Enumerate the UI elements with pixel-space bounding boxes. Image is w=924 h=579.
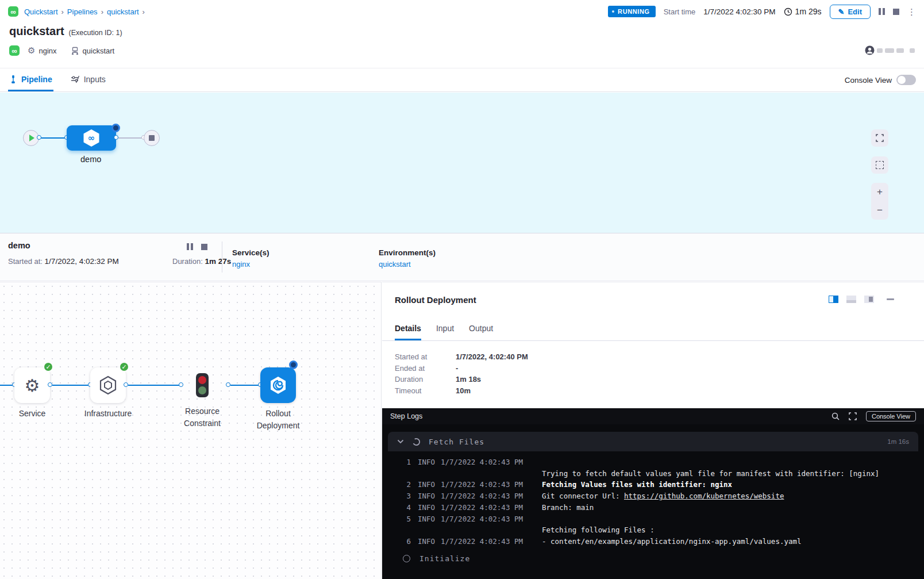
- loading-spinner-icon: [412, 438, 421, 446]
- duration-value: 1m 27s: [205, 257, 231, 266]
- success-check-icon: ✓: [43, 362, 53, 372]
- fullscreen-icon: [876, 134, 884, 142]
- zoom-in-button[interactable]: +: [871, 183, 888, 201]
- stage-started-label: Started at:: [8, 257, 43, 266]
- redacted-username: [896, 48, 904, 53]
- log-section-initialize[interactable]: Initialize: [403, 554, 924, 563]
- success-check-icon: ✓: [119, 362, 129, 372]
- view-tabbar: Pipeline Inputs Console View: [0, 68, 924, 92]
- console-view-label: Console View: [845, 76, 892, 85]
- tab-inputs[interactable]: Inputs: [70, 68, 107, 91]
- cd-stage-icon: ∞: [83, 129, 100, 147]
- environment-tag[interactable]: quickstart: [71, 47, 115, 55]
- stage-stop-button[interactable]: [201, 244, 207, 250]
- connector-dot: [124, 382, 128, 387]
- tab-pipeline[interactable]: Pipeline: [8, 68, 53, 91]
- environments-label: Environment(s): [379, 248, 436, 257]
- stage-info-bar: demo Started at: 1/7/2022, 4:02:32 PM Du…: [0, 233, 924, 281]
- breadcrumb-separator: ›: [143, 7, 145, 16]
- log-row-2: Trying to fetch default values yaml file…: [402, 468, 924, 480]
- redacted-username: [910, 48, 915, 53]
- log-row-4: 3INFO1/7/2022 4:02:43 PMGit connector Ur…: [402, 490, 924, 502]
- zoom-controls: + −: [871, 183, 888, 220]
- step-node-infrastructure[interactable]: [90, 367, 126, 403]
- stage-pause-button[interactable]: [187, 243, 193, 250]
- divider: [222, 241, 222, 273]
- layout-bottom-button[interactable]: [846, 296, 856, 303]
- breadcrumb-link-pipeline-quickstart[interactable]: quickstart: [107, 7, 139, 16]
- page-title: quickstart: [9, 25, 64, 38]
- log-row-1: 1INFO1/7/2022 4:02:43 PM: [402, 457, 924, 468]
- breadcrumb-link-pipelines[interactable]: Pipelines: [67, 7, 98, 16]
- pencil-icon: ✎: [838, 7, 845, 16]
- log-link[interactable]: https://github.com/kubernetes/website: [624, 492, 784, 500]
- detail-row-duration: Duration1m 18s: [395, 374, 528, 385]
- expand-logs-icon[interactable]: [849, 412, 857, 420]
- log-section-fetch-files[interactable]: Fetch Files 1m 16s: [388, 432, 918, 451]
- edit-button[interactable]: ✎Edit: [830, 5, 871, 19]
- pipeline-icon: [9, 75, 17, 84]
- environment-link-quickstart[interactable]: quickstart: [379, 260, 436, 269]
- section-duration: 1m 16s: [887, 438, 909, 445]
- layout-drawer-button[interactable]: [864, 296, 874, 303]
- step-label-resource-constraint: Resource Constraint: [176, 405, 229, 430]
- console-view-toggle[interactable]: [896, 75, 916, 85]
- layout-split-right-button[interactable]: [829, 296, 838, 303]
- stage-node-demo[interactable]: ∞: [67, 125, 116, 151]
- stop-icon: [149, 135, 155, 141]
- zoom-out-button[interactable]: −: [871, 201, 888, 220]
- more-options-button[interactable]: ⋮: [907, 7, 916, 16]
- execution-id: (Execution ID: 1): [69, 29, 122, 37]
- cd-module-icon: ∞: [9, 45, 20, 56]
- rollout-deployment-icon: [268, 375, 288, 396]
- log-row-7: Fetching following Files :: [402, 524, 924, 536]
- section-title: Initialize: [419, 554, 470, 563]
- play-icon: [29, 135, 34, 141]
- tab-output[interactable]: Output: [469, 318, 493, 340]
- search-icon[interactable]: [831, 412, 840, 420]
- pipeline-end-node[interactable]: [144, 130, 160, 146]
- user-avatar-icon: [865, 45, 875, 55]
- pipeline-canvas[interactable]: ∞ demo + −: [0, 93, 924, 233]
- step-node-resource-constraint[interactable]: [196, 373, 209, 397]
- inputs-icon: [71, 75, 80, 83]
- stage-started-value: 1/7/2022, 4:02:32 PM: [45, 257, 119, 266]
- service-gear-icon: ⚙: [25, 375, 40, 396]
- breadcrumb-link-quickstart[interactable]: Quickstart: [24, 7, 58, 16]
- pending-circle-icon: [403, 555, 410, 562]
- service-link-nginx[interactable]: nginx: [232, 260, 270, 269]
- breadcrumb-separator: ›: [101, 7, 103, 16]
- tab-details[interactable]: Details: [395, 318, 421, 340]
- breadcrumb-separator: ›: [61, 7, 64, 16]
- panel-tabbar: Details Input Output: [382, 318, 924, 341]
- step-logs-title: Step Logs: [390, 412, 422, 420]
- execution-graph-canvas[interactable]: ⚙ ✓ ✓ Service Inf: [0, 282, 382, 579]
- log-row-3: 2INFO1/7/2022 4:02:43 PMFetching Values …: [402, 479, 924, 490]
- connector-dot: [37, 135, 41, 140]
- edge-demo-to-end: [118, 137, 144, 139]
- elapsed-time: 1m 29s: [784, 7, 822, 16]
- fullscreen-button[interactable]: [871, 129, 888, 147]
- stop-pipeline-button[interactable]: [893, 9, 899, 15]
- edge-start-to-demo: [39, 137, 67, 139]
- stage-node-label: demo: [80, 155, 101, 164]
- minimize-panel-button[interactable]: [887, 298, 894, 300]
- tab-input[interactable]: Input: [436, 318, 454, 340]
- environment-icon: [71, 47, 79, 55]
- step-node-service[interactable]: ⚙: [14, 367, 50, 403]
- service-tag[interactable]: ⚙ nginx: [28, 45, 57, 56]
- step-node-rollout-deployment[interactable]: [260, 367, 296, 403]
- log-console[interactable]: Fetch Files 1m 16s 1INFO1/7/2022 4:02:43…: [382, 424, 924, 579]
- marquee-select-button[interactable]: [871, 156, 888, 174]
- redacted-username: [877, 48, 883, 53]
- running-spinner-icon: [289, 361, 298, 369]
- edge: [230, 385, 260, 386]
- pause-pipeline-button[interactable]: [879, 8, 885, 15]
- traffic-light-red-icon: [198, 376, 206, 384]
- logs-console-view-button[interactable]: Console View: [866, 411, 916, 421]
- step-logs-header: Step Logs Console View: [382, 408, 924, 424]
- stage-name: demo: [8, 241, 30, 250]
- traffic-light-green-icon: [198, 386, 206, 394]
- step-label-infrastructure: Infrastructure: [76, 408, 140, 420]
- running-spinner-icon: [111, 124, 120, 132]
